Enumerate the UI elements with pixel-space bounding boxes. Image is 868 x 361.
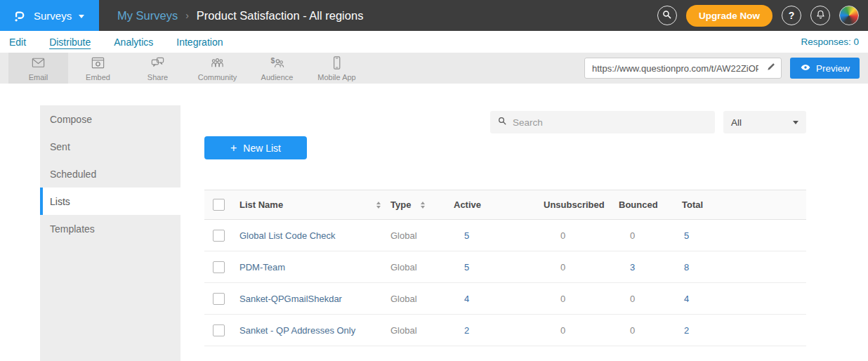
responses-count[interactable]: Responses: 0 (801, 37, 859, 47)
pencil-icon (766, 62, 776, 74)
select-all-cell (204, 199, 239, 211)
list-name-link[interactable]: Global List Code Check (239, 230, 390, 241)
email-sidebar: Compose Sent Scheduled Lists Templates (40, 105, 180, 361)
toolbar-item-label: Audience (261, 73, 294, 81)
header-bounced: Bounced (619, 199, 682, 210)
product-menu-label: Surveys (34, 10, 72, 22)
row-checkbox[interactable] (213, 230, 225, 242)
search-icon (497, 116, 507, 129)
row-checkbox[interactable] (213, 324, 225, 336)
sidebar-item-compose[interactable]: Compose (40, 105, 180, 133)
list-filter-value: All (731, 117, 742, 128)
unsubscribed-count: 0 (517, 325, 619, 336)
upgrade-now-button[interactable]: Upgrade Now (686, 5, 772, 27)
survey-url-input[interactable] (585, 63, 761, 74)
tab-analytics[interactable]: Analytics (114, 37, 153, 48)
bounced-count: 0 (619, 294, 682, 304)
tab-integration[interactable]: Integration (176, 37, 223, 48)
search-icon (662, 9, 672, 22)
active-count[interactable]: 5 (454, 262, 517, 273)
notifications-button[interactable] (810, 6, 830, 25)
list-type: Global (390, 294, 454, 304)
survey-url-box (584, 58, 782, 79)
svg-text:$: $ (270, 56, 275, 65)
toolbar-item-label: Email (29, 73, 48, 81)
list-name-link[interactable]: Sanket-QPGmailShekdar (239, 294, 390, 304)
sidebar-item-lists[interactable]: Lists (40, 188, 180, 215)
table-row: PDM-Team Global 5 0 3 8 (204, 251, 806, 283)
toolbar-item-email[interactable]: Email (8, 53, 68, 84)
list-search-row: All (204, 111, 806, 133)
active-count[interactable]: 5 (454, 230, 517, 241)
help-button[interactable]: ? (782, 6, 801, 25)
sidebar-item-templates[interactable]: Templates (40, 215, 180, 242)
header-type-label: Type (390, 199, 411, 210)
sort-list-name-icon[interactable] (376, 202, 381, 209)
sidebar-item-sent[interactable]: Sent (40, 133, 180, 160)
questionpro-logo-icon (12, 8, 27, 24)
audience-icon: $ (269, 55, 285, 72)
breadcrumb-my-surveys[interactable]: My Surveys (117, 9, 178, 22)
chevron-down-icon (79, 15, 84, 18)
chevron-down-icon (793, 121, 798, 124)
lists-panel: All + New List List Name Type (204, 84, 806, 346)
user-avatar[interactable] (839, 6, 859, 25)
unsubscribed-count: 0 (517, 262, 619, 273)
list-type: Global (390, 325, 454, 336)
list-search-box (490, 111, 715, 133)
row-checkbox[interactable] (213, 261, 225, 273)
edit-url-button[interactable] (761, 62, 781, 74)
lists-table-header: List Name Type Active Unsubscribed Bounc… (204, 190, 806, 220)
list-filter-dropdown[interactable]: All (723, 111, 806, 133)
embed-icon (90, 55, 106, 72)
tab-edit[interactable]: Edit (9, 37, 26, 48)
toolbar-item-embed[interactable]: Embed (68, 53, 128, 84)
survey-title: Product Satisfaction - All regions (197, 9, 364, 22)
table-row: Global List Code Check Global 5 0 0 5 (204, 220, 806, 251)
bounced-count: 0 (619, 230, 682, 241)
list-name-link[interactable]: Sanket - QP Addresses Only (239, 325, 390, 336)
share-icon (150, 55, 166, 72)
row-checkbox[interactable] (213, 293, 225, 305)
table-row: Sanket - QP Addresses Only Global 2 0 0 … (204, 315, 806, 346)
toolbar-item-mobile-app[interactable]: Mobile App (307, 53, 367, 84)
toolbar-item-label: Community (198, 73, 237, 81)
header-active: Active (454, 199, 517, 210)
total-count[interactable]: 5 (682, 230, 806, 241)
total-count[interactable]: 4 (682, 294, 806, 304)
bounced-count[interactable]: 3 (619, 262, 682, 273)
total-count[interactable]: 2 (682, 325, 806, 336)
toolbar-right-actions: Preview (584, 53, 868, 84)
lists-table: List Name Type Active Unsubscribed Bounc… (204, 190, 806, 346)
sidebar-item-scheduled[interactable]: Scheduled (40, 160, 180, 188)
new-list-button-label: New List (243, 143, 281, 154)
question-mark-icon: ? (789, 10, 795, 21)
toolbar-item-label: Mobile App (317, 73, 355, 81)
breadcrumb-separator: › (185, 10, 189, 21)
list-name-link[interactable]: PDM-Team (239, 262, 390, 273)
survey-section-tabs: Edit Distribute Analytics Integration Re… (0, 31, 868, 53)
header-unsubscribed: Unsubscribed (517, 199, 619, 210)
search-button[interactable] (657, 6, 677, 25)
tab-distribute[interactable]: Distribute (49, 37, 91, 48)
select-all-checkbox[interactable] (213, 199, 225, 211)
list-search-input[interactable] (513, 117, 708, 128)
total-count[interactable]: 8 (682, 262, 806, 273)
unsubscribed-count: 0 (517, 230, 619, 241)
header-type: Type (390, 199, 454, 210)
bell-icon (815, 9, 826, 22)
sort-type-icon[interactable] (421, 202, 425, 209)
table-row: Sanket-QPGmailShekdar Global 4 0 0 4 (204, 283, 806, 315)
toolbar-item-audience[interactable]: $ Audience (247, 53, 307, 84)
active-count[interactable]: 2 (454, 325, 517, 336)
preview-button[interactable]: Preview (790, 58, 860, 79)
product-menu[interactable]: Surveys (0, 0, 99, 31)
new-list-button[interactable]: + New List (204, 136, 307, 159)
eye-icon (800, 62, 811, 75)
toolbar-item-label: Embed (86, 73, 110, 81)
toolbar-item-share[interactable]: Share (128, 53, 188, 84)
breadcrumb: My Surveys › Product Satisfaction - All … (117, 9, 363, 22)
toolbar-item-label: Share (147, 73, 168, 81)
active-count[interactable]: 4 (454, 294, 517, 304)
toolbar-item-community[interactable]: Community (188, 53, 247, 84)
